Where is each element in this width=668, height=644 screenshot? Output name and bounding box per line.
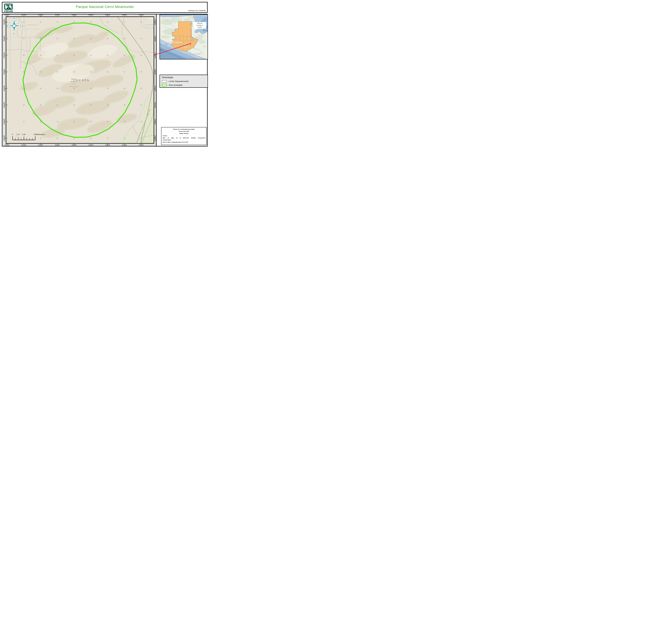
legend-label: Área protegida: [169, 84, 182, 86]
scale-tick-label: 0.34: [22, 133, 26, 136]
legend-box: Simbología Límite Departamental Área pro…: [160, 75, 208, 88]
compass-west-label: O: [6, 25, 8, 27]
note-line: Diferendo: [193, 22, 206, 24]
territorial-note-box: Diferendo territorial no resuelto: [193, 22, 206, 29]
legend-title: Simbología: [162, 76, 206, 79]
inset-country-label: Guatemala: [168, 42, 182, 43]
map-document-page: CONAP Parque Nacional Cerro Miramundo DA…: [0, 0, 210, 148]
info-line: Sistema de coordenadas proyectadas: [163, 128, 205, 130]
scale-unit-label: Kilómetros: [37, 133, 45, 136]
compass-north-label: N: [13, 17, 15, 19]
projection-info-box: Sistema de coordenadas proyectadas Proye…: [161, 127, 207, 145]
park-name-line: Parque: [71, 78, 77, 80]
map-frame: N S E O ZACAPA Parque Nacional Cerro Mir…: [6, 16, 154, 144]
info-source-line: CONAP 2026: [163, 139, 205, 141]
info-source-line: Base de datos de la Dirección Análisis G…: [163, 137, 205, 139]
inset-san-salvador-marker: [192, 55, 193, 56]
note-line: territorial no: [193, 24, 206, 26]
compass-east-label: E: [20, 25, 21, 27]
compass-south-label: S: [13, 32, 14, 35]
info-source-heading: Fuente:: [163, 135, 205, 137]
conap-logo-text: CONAP: [4, 10, 13, 12]
info-line: Datum WGS84: [163, 132, 205, 135]
inset-route-number: 721: [160, 49, 163, 51]
note-line: resuelto: [193, 26, 206, 28]
park-name-line: Cerro: [72, 83, 76, 85]
inset-city-label: Guatemala: [183, 46, 189, 48]
svg-text:Hond: Hond: [203, 30, 207, 32]
legend-label: Límite Departamental: [169, 80, 188, 82]
inset-honduras-label-fragment: Ho: [203, 46, 207, 48]
park-name-line: Nacional: [71, 81, 77, 82]
inset-belize-label-fragment: B: [191, 26, 192, 28]
inset-city-marker: [182, 46, 183, 47]
legend-row-protected-area: Área protegida: [162, 84, 206, 86]
document-code: DAGeos-221-2026-BS: [188, 10, 206, 12]
info-line: Proyección GTM: [163, 130, 205, 132]
inset-san-salvador-label: San Salvador: [193, 53, 200, 54]
legend-row-departmental: Límite Departamental: [162, 80, 206, 82]
scale-tick-label: 0.17: [17, 133, 20, 136]
header-bar: CONAP Parque Nacional Cerro Miramundo DA…: [2, 2, 208, 13]
inset-map-canvas: Guatemala B Guatemala San Salvador Ho Gu…: [160, 15, 208, 59]
main-map-canvas: N S E O ZACAPA Parque Nacional Cerro Mir…: [6, 17, 154, 143]
svg-text:o: o: [206, 27, 207, 28]
inset-locator-map: Guatemala B Guatemala San Salvador Ho Gu…: [160, 14, 208, 59]
departmental-boundary-swatch: [162, 80, 167, 82]
scale-tick-label: 0: [12, 133, 13, 136]
info-source-line: Base de datos cartografía básica IGN 201…: [163, 141, 205, 143]
protected-area-swatch: [162, 84, 167, 86]
page-title: Parque Nacional Cerro Miramundo: [2, 5, 207, 9]
scale-tick-label: 0.69: [34, 133, 37, 136]
park-name-line: Miramundo: [70, 86, 78, 88]
